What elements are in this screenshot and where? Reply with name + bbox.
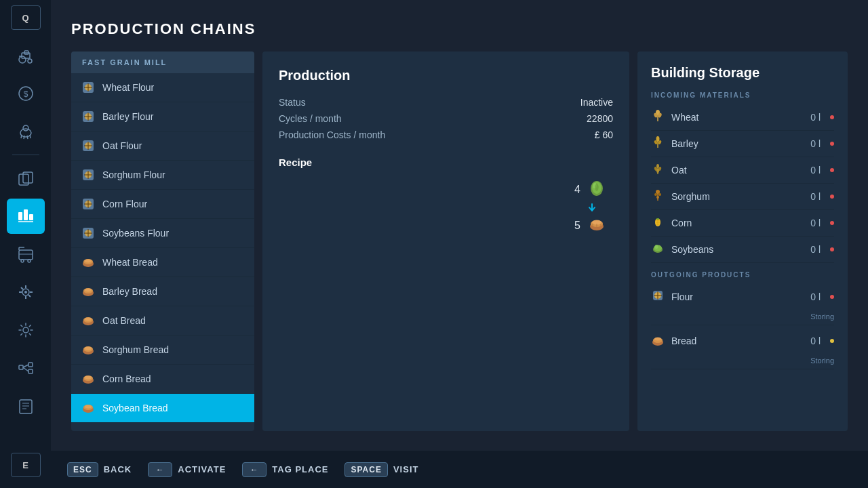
bread-icon [81,342,96,357]
tag-place-button[interactable]: ← TAG PLACE [242,462,328,477]
svg-rect-16 [24,209,28,220]
list-item[interactable]: Sorghum Bread [71,336,254,365]
sidebar-item-settings[interactable] [7,312,45,348]
svg-point-26 [24,291,27,293]
esc-key: ESC [67,462,98,477]
sidebar-e-key[interactable]: E [11,453,41,477]
bread-icon-active [81,401,96,415]
back-button[interactable]: ESC BACK [67,462,132,477]
item-label: Soybean Bread [102,403,168,413]
svg-point-122 [655,245,658,249]
back-label: BACK [104,464,132,474]
corn-amount: 0 l [810,218,821,228]
sidebar: Q $ [0,0,51,488]
storage-item-flour-wrapper: Flour 0 l Storing [651,284,834,325]
recipe-arrow [279,203,613,212]
product-list-panel: FAST GRAIN MILL Wheat Flour Barley Flour… [71,52,254,431]
bread-storage-icon [651,333,665,349]
storage-item-bread-wrapper: Bread 0 l Storing [651,328,834,369]
svg-point-75 [85,318,92,321]
activate-button[interactable]: ← ACTIVATE [148,462,226,477]
item-label: Corn Flour [102,199,147,209]
sidebar-item-machinery[interactable] [7,274,45,310]
outgoing-section-title: OUTGOING PRODUCTS [651,271,834,279]
svg-line-9 [21,135,22,138]
incoming-section-title: INCOMING MATERIALS [651,92,834,99]
svg-point-109 [656,190,660,194]
svg-point-1 [28,59,32,63]
sorghum-storage-icon [651,188,665,205]
flour-label: Flour [671,291,804,302]
svg-line-12 [30,135,31,138]
wheat-label: Wheat [671,112,804,123]
list-item[interactable]: Soybeans Flour [71,219,254,248]
storage-item-soybeans: Soybeans 0 l [651,237,834,263]
sidebar-item-book[interactable] [7,388,45,424]
svg-point-110 [654,193,657,196]
wheat-status-dot [830,115,834,119]
bread-status-dot [830,339,834,343]
activate-label: ACTIVATE [178,464,226,474]
storage-item-barley: Barley 0 l [651,131,834,157]
corn-storage-icon [651,215,665,231]
bread-amount: 0 l [810,336,821,346]
wheat-amount: 0 l [810,112,821,123]
list-item[interactable]: Wheat Flour [71,73,254,102]
svg-text:$: $ [23,89,28,99]
bread-storing-label: Storing [651,357,834,365]
status-label: Status [279,97,306,108]
item-label: Sorghum Bread [102,344,169,355]
sidebar-item-animals[interactable] [7,114,45,149]
item-label: Oat Flour [102,140,142,151]
sidebar-item-production[interactable] [7,199,45,234]
list-item[interactable]: Barley Bread [71,277,254,306]
item-label: Oat Bread [102,315,146,326]
svg-rect-19 [19,250,33,260]
storage-title: Building Storage [651,65,834,81]
flour-icon [81,80,96,95]
storage-item-corn: Corn 0 l [651,210,834,237]
production-info: Status Inactive Cycles / month 22800 Pro… [279,97,613,140]
sidebar-item-tractor[interactable] [7,38,45,73]
list-item[interactable]: Oat Flour [71,131,254,161]
status-value: Inactive [580,97,613,108]
list-item[interactable]: Sorghum Flour [71,161,254,190]
item-label: Barley Flour [102,111,153,122]
sidebar-item-cards[interactable] [7,161,45,196]
flour-icon [81,109,96,124]
soybean-recipe-icon [587,179,606,200]
wheat-storage-icon [651,109,665,125]
recipe-title: Recipe [279,157,613,168]
oat-amount: 0 l [810,165,821,176]
svg-line-11 [27,136,28,139]
recipe-output-row: 5 [279,215,613,236]
cycles-row: Cycles / month 22800 [279,113,613,124]
list-item[interactable]: Corn Flour [71,190,254,219]
barley-status-dot [830,142,834,146]
status-row: Status Inactive [279,97,613,108]
visit-button[interactable]: SPACE VISIT [344,462,418,477]
flour-icon [81,138,96,153]
list-item[interactable]: Wheat Bread [71,248,254,277]
svg-point-78 [85,347,92,350]
flour-storing-label: Storing [651,312,834,321]
cycles-label: Cycles / month [279,113,342,124]
sidebar-q-key[interactable]: Q [11,5,41,30]
list-item[interactable]: Barley Flour [71,102,254,131]
sidebar-item-delivery[interactable] [7,237,45,272]
flour-icon [81,226,96,241]
list-item-active[interactable]: Soybean Bread [71,394,254,423]
sorghum-label: Sorghum [671,191,804,202]
svg-line-32 [28,295,31,297]
page-title: PRODUCTION CHAINS [71,20,848,38]
list-item[interactable]: Corn Bread [71,365,254,394]
sidebar-item-finance[interactable]: $ [7,76,45,111]
list-item[interactable]: Oat Bread [71,306,254,336]
sidebar-item-network[interactable] [7,350,45,386]
svg-point-22 [28,260,31,262]
soybeans-status-dot [830,247,834,251]
storage-item-flour: Flour 0 l [651,284,834,310]
recipe-ingredient-row: 4 [279,179,613,200]
bread-recipe-icon [587,215,606,236]
oat-storage-icon [651,162,665,178]
